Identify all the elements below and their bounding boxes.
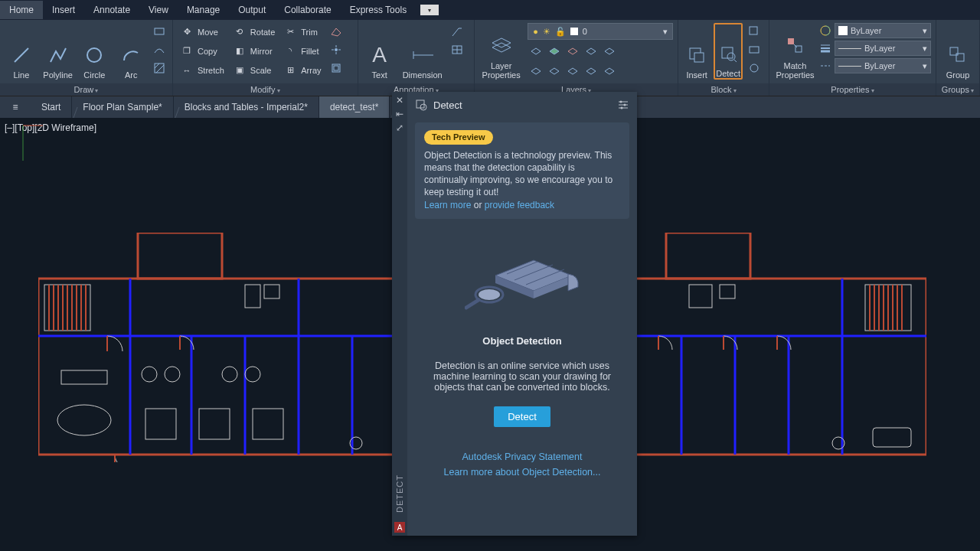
panel-properties-title[interactable]: Properties xyxy=(769,83,936,96)
svg-line-0 xyxy=(15,48,28,62)
layer-tool-7[interactable] xyxy=(546,63,563,80)
svg-point-80 xyxy=(245,367,260,382)
arc-button[interactable]: Arc xyxy=(114,23,148,80)
trim-button[interactable]: ✂Trim xyxy=(281,23,324,41)
polyline-button[interactable]: Polyline xyxy=(41,23,75,80)
bulb-icon: ● xyxy=(533,27,538,36)
leader-button[interactable] xyxy=(449,23,466,40)
spline-button[interactable] xyxy=(151,41,168,58)
svg-point-78 xyxy=(165,367,180,382)
svg-rect-106 xyxy=(720,285,735,298)
layer-tool-9[interactable] xyxy=(583,63,599,80)
privacy-link[interactable]: Autodesk Privacy Statement xyxy=(444,452,601,462)
panel-block-title[interactable]: Block xyxy=(678,83,769,96)
svg-marker-31 xyxy=(586,68,596,74)
match-icon xyxy=(785,34,806,58)
hatch-button[interactable] xyxy=(151,60,168,77)
menu-tab-home[interactable]: Home xyxy=(0,1,43,19)
panel-draw: Line Polyline Circle Arc Draw xyxy=(0,20,173,96)
layer-tool-3[interactable] xyxy=(564,43,581,60)
move-button[interactable]: ✥Move xyxy=(178,23,227,41)
block-edit[interactable] xyxy=(746,23,763,40)
match-properties-button[interactable]: Match Properties xyxy=(774,23,816,80)
dimension-label: Dimension xyxy=(403,70,443,80)
doctab-blocks[interactable]: Blocks and Tables - Imperial2* xyxy=(174,96,319,118)
menu-tab-express[interactable]: Express Tools xyxy=(341,1,416,19)
layer-properties-label: Layer Properties xyxy=(482,61,521,80)
offset-button[interactable] xyxy=(328,60,345,77)
svg-rect-2 xyxy=(155,28,164,34)
detect-action-button[interactable]: Detect xyxy=(494,406,550,427)
text-button[interactable]: A Text xyxy=(363,23,397,80)
scale-button[interactable]: ▣Scale xyxy=(230,61,278,79)
layer-properties-button[interactable]: Layer Properties xyxy=(479,23,523,80)
doctab-detect[interactable]: detect_test* xyxy=(319,96,390,118)
menu-overflow[interactable]: ▾ xyxy=(420,5,439,15)
panel-draw-title[interactable]: Draw xyxy=(0,83,172,96)
table-button[interactable] xyxy=(449,41,466,58)
layer-tool-6[interactable] xyxy=(528,63,544,80)
svg-marker-25 xyxy=(568,48,577,54)
stretch-icon: ↔ xyxy=(181,64,193,77)
menu-tab-view[interactable]: View xyxy=(139,1,178,19)
text-label: Text xyxy=(372,70,387,80)
menu-tab-manage[interactable]: Manage xyxy=(178,1,229,19)
circle-button[interactable]: Circle xyxy=(78,23,112,80)
learn-more-link[interactable]: Learn more xyxy=(424,200,471,210)
layer-tool-10[interactable] xyxy=(601,63,618,80)
layer-tool-2[interactable] xyxy=(546,43,563,60)
group-button[interactable]: Group xyxy=(941,23,975,80)
panel-groups-title[interactable]: Groups xyxy=(936,83,979,96)
group-label: Group xyxy=(946,70,970,80)
doctab-start[interactable]: Start xyxy=(31,96,72,118)
linetype-selector[interactable]: ByLayer▾ xyxy=(835,58,931,73)
pin-icon[interactable]: ⇤ xyxy=(394,109,405,119)
menu-tab-output[interactable]: Output xyxy=(229,1,275,19)
layer-tool-5[interactable] xyxy=(601,43,618,60)
detect-icon xyxy=(717,41,739,66)
menu-tab-annotate[interactable]: Annotate xyxy=(84,1,139,19)
doctab-floorplan[interactable]: Floor Plan Sample* xyxy=(72,96,173,118)
menu-tab-collaborate[interactable]: Collaborate xyxy=(275,1,340,19)
panel-modify-title[interactable]: Modify xyxy=(173,83,358,96)
group-icon xyxy=(947,43,969,67)
layer-tool-1[interactable] xyxy=(528,43,544,60)
erase-button[interactable] xyxy=(328,23,345,40)
line-button[interactable]: Line xyxy=(5,23,38,80)
lineweight-selector[interactable]: ByLayer▾ xyxy=(835,41,931,56)
settings-icon[interactable] xyxy=(617,99,629,110)
detect-palette: ✕ ⇤ ⤢ DETECT A Detect Tech Preview Objec… xyxy=(392,92,637,536)
svg-rect-12 xyxy=(334,66,338,70)
layer-tool-8[interactable] xyxy=(564,63,581,80)
block-attr[interactable] xyxy=(746,41,763,58)
layer-selector[interactable]: ● ☀ 🔓 0 ▾ xyxy=(528,23,673,40)
copy-button[interactable]: ❐Copy xyxy=(178,42,227,60)
learn-detection-link[interactable]: Learn more about Object Detection... xyxy=(444,467,601,478)
detect-button[interactable]: Detect xyxy=(714,23,743,80)
rect-button[interactable] xyxy=(151,23,168,40)
palette-rail-label: DETECT xyxy=(395,474,404,513)
scale-label: Scale xyxy=(250,66,272,75)
block-more[interactable] xyxy=(746,60,763,77)
dimension-icon xyxy=(412,43,433,67)
rotate-button[interactable]: ⟲Rotate xyxy=(230,23,278,41)
dimension-button[interactable]: Dimension xyxy=(400,23,446,80)
array-button[interactable]: ⊞Array xyxy=(281,61,324,79)
panel-modify: ✥Move ❐Copy ↔Stretch ⟲Rotate ◧Mirror ▣Sc… xyxy=(173,20,358,96)
feedback-link[interactable]: provide feedback xyxy=(485,200,554,210)
svg-line-37 xyxy=(734,60,737,62)
drawing-menu-icon[interactable]: ≡ xyxy=(0,102,31,112)
insert-button[interactable]: Insert xyxy=(683,23,710,80)
expand-icon[interactable]: ⤢ xyxy=(394,122,405,133)
close-icon[interactable]: ✕ xyxy=(394,95,405,106)
layer-name: 0 xyxy=(583,27,587,36)
fillet-button[interactable]: ◝Fillet xyxy=(281,42,324,60)
menu-tab-insert[interactable]: Insert xyxy=(43,1,84,19)
layer-tool-4[interactable] xyxy=(583,43,599,60)
stretch-button[interactable]: ↔Stretch xyxy=(178,61,227,79)
explode-button[interactable] xyxy=(328,41,345,58)
svg-rect-73 xyxy=(199,409,230,439)
color-selector[interactable]: ByLayer▾ xyxy=(835,23,931,38)
svg-point-1 xyxy=(87,48,101,62)
mirror-button[interactable]: ◧Mirror xyxy=(230,42,278,60)
